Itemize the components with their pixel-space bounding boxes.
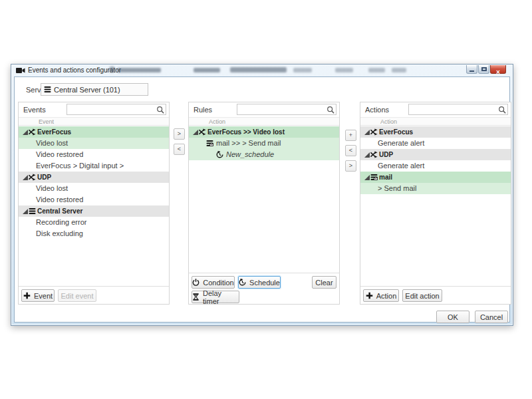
row-label: Generate alert xyxy=(378,139,424,147)
row-label: mail xyxy=(379,174,392,181)
tree-item-row[interactable]: New_schedule xyxy=(189,149,339,160)
background-window-smudge xyxy=(230,67,287,72)
remove-event-from-rule-button[interactable]: < xyxy=(174,144,185,155)
shuffle-icon xyxy=(199,128,206,136)
events-panel-header: Events xyxy=(19,102,169,117)
camera-icon xyxy=(16,67,25,74)
actions-panel-footer: Action Edit action xyxy=(360,286,511,304)
events-panel: Events Event EverFocusVideo lostVideo re… xyxy=(18,102,170,305)
tree-item-row[interactable]: mail >> > Send mail xyxy=(189,138,339,149)
tree-item-row[interactable]: Video restored xyxy=(19,149,169,160)
row-label: EverFocus xyxy=(37,128,71,136)
server-selector[interactable]: Central Server (101) xyxy=(41,83,148,96)
schedule-button[interactable]: Schedule xyxy=(238,276,281,289)
ok-button[interactable]: OK xyxy=(436,311,469,323)
tree-group-row[interactable]: UDP xyxy=(360,149,511,160)
search-icon xyxy=(327,106,334,114)
tree-group-row[interactable]: UDP xyxy=(19,172,169,183)
tree-group-row[interactable]: mail xyxy=(360,172,511,183)
expander-icon[interactable] xyxy=(193,130,198,135)
row-label: EverFocus xyxy=(379,128,413,136)
tree-item-row[interactable]: Video lost xyxy=(19,138,169,149)
tree-item-row[interactable]: Generate alert xyxy=(360,160,511,172)
row-label: EverFocus > Digital input > xyxy=(36,162,124,170)
row-label: New_schedule xyxy=(226,150,274,158)
actions-search xyxy=(408,104,508,115)
add-action-to-rule-button[interactable]: > xyxy=(345,160,356,172)
rules-panel-footer: Condition Schedule Clear Delay timer xyxy=(189,273,339,304)
row-label: Video lost xyxy=(36,184,68,192)
events-panel-footer: Event Edit event xyxy=(19,286,169,304)
expander-icon[interactable] xyxy=(364,152,370,158)
tree-group-row[interactable]: EverFocus xyxy=(19,126,169,138)
events-actions-configurator-window: Events and actions configurator × Server… xyxy=(11,64,513,326)
background-window-smudge xyxy=(194,68,220,72)
actions-panel-header: Actions xyxy=(360,102,511,117)
rules-panel-title: Rules xyxy=(194,106,212,114)
tree-item-row[interactable]: Video lost xyxy=(19,183,169,194)
minimize-button[interactable] xyxy=(466,65,477,74)
tree-group-row[interactable]: Central Server xyxy=(19,205,169,217)
events-panel-title: Events xyxy=(23,106,46,114)
edit-event-button[interactable]: Edit event xyxy=(58,289,96,302)
dialog-client-area: Server Central Server (101) Events Event… xyxy=(14,76,510,323)
row-label: Generate alert xyxy=(378,162,424,170)
tree-item-row[interactable]: > Send mail xyxy=(360,183,511,194)
search-icon xyxy=(498,106,506,114)
row-label: Central Server xyxy=(37,207,82,215)
mailserver-icon xyxy=(206,140,213,147)
tree-item-row[interactable]: Disk excluding xyxy=(19,228,169,239)
expander-icon[interactable] xyxy=(364,130,370,135)
tree-item-row[interactable]: Video restored xyxy=(19,194,169,205)
shuffle-icon xyxy=(370,128,378,136)
background-window-smudge xyxy=(109,66,115,72)
rules-panel-header: Rules xyxy=(189,102,339,117)
tree-item-row[interactable]: Generate alert xyxy=(360,138,511,149)
tree-group-row[interactable]: EverFocus >> Video lost xyxy=(189,126,339,138)
add-action-button-small[interactable]: + xyxy=(345,130,356,141)
tree-item-row[interactable]: Recording error xyxy=(19,217,169,228)
server-value: Central Server (101) xyxy=(54,86,120,94)
hourglass-icon xyxy=(192,293,200,301)
add-action-button[interactable]: Action xyxy=(363,289,399,302)
add-event-to-rule-button[interactable]: > xyxy=(174,128,185,140)
actions-list: EverFocusGenerate alertUDPGenerate alert… xyxy=(360,126,511,285)
clear-button[interactable]: Clear xyxy=(312,276,336,289)
tree-group-row[interactable]: EverFocus xyxy=(360,126,511,138)
tree-item-row[interactable]: EverFocus > Digital input > xyxy=(19,160,169,172)
server-icon xyxy=(44,86,51,93)
actions-search-input[interactable] xyxy=(410,104,495,114)
shuffle-icon xyxy=(29,174,36,181)
expander-icon[interactable] xyxy=(23,209,28,214)
desktop: Events and actions configurator × Server… xyxy=(0,0,532,399)
events-list: EverFocusVideo lostVideo restoredEverFoc… xyxy=(19,126,169,285)
rules-column-header: Action xyxy=(189,117,339,126)
background-window-smudge xyxy=(335,68,353,72)
row-label: Recording error xyxy=(36,218,86,226)
delay-timer-button[interactable]: Delay timer xyxy=(192,291,239,303)
history-icon xyxy=(216,151,223,158)
plus-icon xyxy=(23,292,31,299)
expander-icon[interactable] xyxy=(23,130,28,135)
events-column-header: Event xyxy=(19,117,169,126)
events-search-input[interactable] xyxy=(68,104,154,114)
add-event-button[interactable]: Event xyxy=(21,289,55,302)
row-label: Video lost xyxy=(36,139,68,147)
row-label: Disk excluding xyxy=(36,229,83,237)
close-button[interactable]: × xyxy=(490,65,506,74)
cancel-button[interactable]: Cancel xyxy=(475,311,508,323)
window-titlebar[interactable]: Events and actions configurator × xyxy=(12,65,512,76)
actions-panel-title: Actions xyxy=(365,106,389,114)
condition-button[interactable]: Condition xyxy=(192,276,235,289)
expander-icon[interactable] xyxy=(364,175,370,180)
remove-action-from-rule-button[interactable]: < xyxy=(345,145,356,156)
expander-icon[interactable] xyxy=(23,175,28,180)
maximize-button[interactable] xyxy=(478,65,489,74)
search-icon xyxy=(156,106,164,114)
row-label: Video restored xyxy=(36,150,83,158)
rules-panel: Rules Action EverFocus >> Video lostmail… xyxy=(188,102,340,305)
row-label: mail >> > Send mail xyxy=(216,139,281,147)
edit-action-button[interactable]: Edit action xyxy=(402,289,442,302)
events-search xyxy=(66,104,166,115)
rules-search-input[interactable] xyxy=(239,104,324,114)
